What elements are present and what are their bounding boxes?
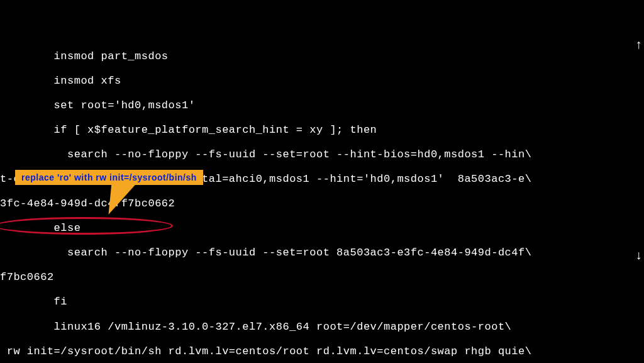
code-line: linux16 /vmlinuz-3.10.0-327.el7.x86_64 r… (0, 321, 644, 333)
scroll-up-icon: ↑ (635, 38, 643, 52)
annotation-callout: replace 'ro' with rw init=/sysroot/bin/s… (15, 170, 203, 185)
scroll-down-icon: ↓ (635, 249, 643, 263)
code-line: insmod xfs (0, 75, 644, 87)
code-line: search --no-floppy --fs-uuid --set=root … (0, 247, 644, 259)
code-line: insmod part_msdos (0, 50, 644, 63)
code-line: search --no-floppy --fs-uuid --set=root … (0, 148, 644, 161)
code-line: f7bc0662 (0, 271, 644, 284)
code-line: fi (0, 296, 644, 308)
code-line: if [ x$feature_platform_search_hint = xy… (0, 124, 644, 137)
code-line: set root='hd0,msdos1' (0, 99, 644, 112)
highlight-ellipse (0, 217, 173, 235)
callout-text: replace 'ro' with rw init=/sysroot/bin/s… (21, 172, 197, 182)
code-line: rw init=/sysroot/bin/sh rd.lvm.lv=centos… (0, 345, 644, 358)
